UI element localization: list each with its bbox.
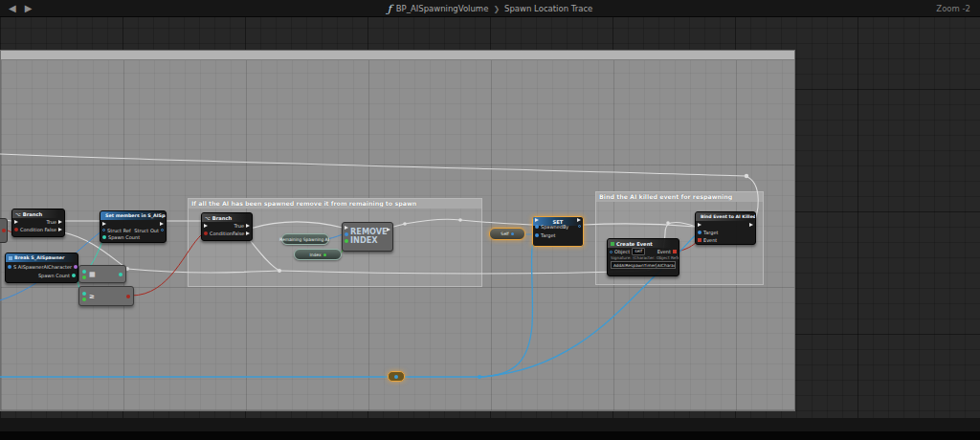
- comment-title[interactable]: Bind the AI killed event for respawning: [596, 192, 763, 202]
- pin-label: Condition: [210, 231, 233, 236]
- object-value-input[interactable]: self: [632, 248, 645, 255]
- breadcrumb-blueprint[interactable]: BP_AISpawningVolume: [396, 4, 489, 13]
- spawn-count-out-pin[interactable]: [72, 274, 76, 277]
- outer-comment-header[interactable]: [1, 51, 794, 60]
- node-title: Create Event: [616, 241, 653, 247]
- create-event-node[interactable]: Create Event Object self Event Signature…: [607, 238, 679, 276]
- ai-character-pin[interactable]: [74, 265, 78, 269]
- exec-false-pin[interactable]: [58, 228, 62, 231]
- bool-output-pin[interactable]: [2, 229, 6, 232]
- node-title: Branch: [23, 211, 42, 217]
- pin-label: AICharacter: [43, 264, 72, 270]
- int-output-pin[interactable]: [119, 273, 122, 276]
- reroute-pin[interactable]: [394, 375, 398, 379]
- reroute-node-selected[interactable]: [388, 371, 405, 382]
- array-length-node[interactable]: ▦: [78, 265, 126, 283]
- exec-false-pin[interactable]: [246, 231, 250, 235]
- breadcrumb-graph[interactable]: Spawn Location Trace: [504, 4, 592, 13]
- break-struct-icon: [9, 256, 12, 260]
- array-input-pin[interactable]: [82, 270, 86, 274]
- exec-in-pin[interactable]: [535, 218, 539, 222]
- branch-icon: ⌥: [15, 211, 21, 217]
- exec-in-pin[interactable]: [345, 226, 348, 230]
- event-icon: [611, 242, 614, 246]
- target-array-pin[interactable]: [345, 232, 348, 236]
- zoom-level-indicator: Zoom -2: [936, 4, 970, 13]
- break-struct-node[interactable]: Break S_AISpawner S AISpawner AICharacte…: [5, 253, 78, 283]
- comment-title[interactable]: If all the AI has been spawned remove it…: [189, 199, 481, 209]
- pin-label: Spawn Count: [38, 273, 70, 278]
- condition-pin[interactable]: [14, 228, 18, 231]
- index-getter[interactable]: Index: [294, 249, 342, 260]
- pin-label: Object: [614, 249, 630, 254]
- pin-label: Event: [703, 237, 717, 243]
- set-members-node[interactable]: Set members in S_AISpawner Struct Ref St…: [100, 210, 167, 243]
- node-title: Break S_AISpawner: [14, 255, 64, 260]
- condition-pin[interactable]: [204, 231, 208, 235]
- event-pin[interactable]: [698, 238, 702, 242]
- remaining-spawning-ai-getter[interactable]: Remaining Spawning AI: [281, 233, 329, 245]
- target-pin[interactable]: [535, 233, 539, 237]
- struct-out-pin[interactable]: [161, 229, 164, 231]
- exec-in-pin[interactable]: [698, 223, 702, 227]
- value-out-pin[interactable]: [578, 225, 581, 228]
- blueprint-graph-canvas[interactable]: ◀ ▶ ƒ BP_AISpawningVolume ❯ Spawn Locati…: [0, 0, 980, 440]
- exec-out-pin[interactable]: [577, 218, 581, 222]
- self-out-pin[interactable]: [511, 232, 514, 235]
- pin-label: Target: [541, 232, 555, 238]
- editor-topbar: ◀ ▶ ƒ BP_AISpawningVolume ❯ Spawn Locati…: [0, 0, 980, 17]
- exec-in-pin[interactable]: [204, 224, 208, 228]
- pin-label: True: [234, 223, 244, 229]
- exec-out-pin[interactable]: [387, 228, 390, 231]
- int-out-pin[interactable]: [323, 253, 326, 256]
- exec-in-pin[interactable]: [102, 222, 106, 226]
- variable-label: Index: [309, 253, 321, 257]
- int-input-pin[interactable]: [82, 275, 86, 279]
- spawn-count-pin[interactable]: [102, 235, 106, 239]
- struct-ref-pin[interactable]: [102, 229, 105, 231]
- exec-out-pin[interactable]: [749, 223, 753, 227]
- exec-true-pin[interactable]: [246, 224, 250, 228]
- window-bottom-edge: [0, 431, 980, 440]
- branch-node-left[interactable]: ⌥ Branch True Condition False: [11, 209, 65, 237]
- self-getter[interactable]: Self: [489, 228, 525, 240]
- pin-label: Condition: [20, 227, 43, 232]
- exec-in-pin[interactable]: [14, 220, 18, 224]
- pin-label: True: [46, 219, 56, 225]
- chevron-right-icon: ❯: [493, 5, 500, 13]
- function-icon: ƒ: [388, 3, 391, 15]
- comment-box-spawn-remove[interactable]: If all the AI has been spawned remove it…: [188, 198, 482, 287]
- index-pin[interactable]: [345, 239, 348, 243]
- exec-true-pin[interactable]: [58, 220, 62, 224]
- node-title: Set members in S_AISpawner: [105, 213, 166, 218]
- bool-result-pin[interactable]: [126, 295, 130, 298]
- pin-label: False: [44, 227, 56, 232]
- int-b-pin[interactable]: [82, 297, 86, 301]
- greater-equal-node[interactable]: ≥: [78, 286, 134, 306]
- branch-node-mid[interactable]: ⌥ Branch True Condition False: [201, 212, 253, 241]
- node-title: Branch: [212, 215, 232, 221]
- node-watermark: REMOVE INDEX: [350, 228, 388, 244]
- pin-label: Struct Out: [134, 228, 159, 233]
- int-a-pin[interactable]: [82, 292, 86, 296]
- window-bottom-strip: [0, 418, 980, 431]
- set-spawned-by-node[interactable]: SET SpawnedBy Target: [532, 216, 584, 247]
- remove-index-node[interactable]: REMOVE INDEX: [342, 222, 393, 252]
- object-pin[interactable]: [610, 251, 612, 253]
- breadcrumb: ƒ BP_AISpawningVolume ❯ Spawn Location T…: [0, 0, 980, 17]
- branch-icon: ⌥: [205, 215, 211, 221]
- delegate-dropdown[interactable]: AddAIRespawnTimer[AICharacter] ▼: [611, 261, 676, 269]
- variable-label: Self: [501, 231, 508, 236]
- exec-out-pin[interactable]: [160, 222, 164, 226]
- event-delegate-pin[interactable]: [673, 250, 677, 253]
- variable-label: Remaining Spawning AI: [279, 237, 329, 242]
- partial-node[interactable]: [0, 218, 8, 243]
- target-pin[interactable]: [698, 231, 702, 234]
- pin-label: Struct Ref: [107, 228, 131, 233]
- struct-input-pin[interactable]: [8, 265, 11, 269]
- spawned-by-pin[interactable]: [535, 225, 539, 229]
- bind-event-node[interactable]: Bind Event to AI Killed Target Event: [695, 211, 756, 245]
- pin-label: S AISpawner: [13, 264, 43, 270]
- pin-label: SpawnedBy: [541, 224, 568, 230]
- greater-equal-icon: ≥: [89, 293, 95, 300]
